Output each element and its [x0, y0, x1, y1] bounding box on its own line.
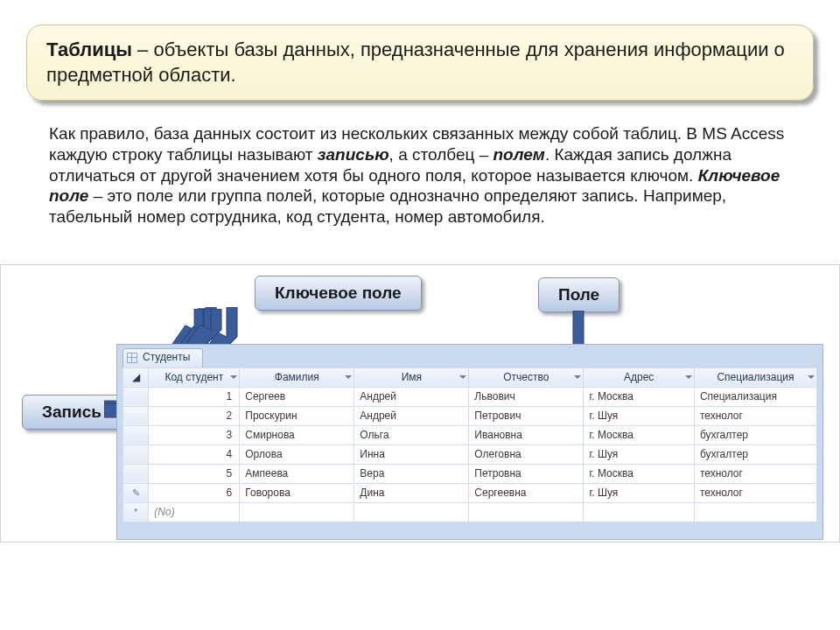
cell[interactable]: Вера	[354, 464, 469, 483]
col-header-2[interactable]: Имя	[354, 368, 469, 387]
cell[interactable]: Сергеев	[240, 387, 354, 406]
callout-key-field: Ключевое поле	[255, 276, 422, 311]
row-selector-editing[interactable]: ✎	[123, 483, 149, 502]
col-header-1[interactable]: Фамилия	[240, 368, 354, 387]
body-paragraph: Как правило, база данных состоит из неск…	[49, 123, 794, 228]
diagram-area: Ключевое поле Поле Запись Студенты ◢	[0, 264, 840, 542]
row-selector-new[interactable]: *	[123, 502, 149, 522]
table-row[interactable]: 5 Ампеева Вера Петровна г. Москва технол…	[123, 464, 817, 483]
cell[interactable]: Дина	[354, 483, 469, 502]
dropdown-icon[interactable]	[808, 375, 815, 379]
title-term: Таблицы	[46, 38, 132, 60]
table-tab[interactable]: Студенты	[122, 348, 203, 368]
col-header-5[interactable]: Специализация	[694, 368, 816, 387]
para-text-2: , а столбец –	[389, 145, 494, 164]
col-header-id[interactable]: Код студент	[149, 368, 240, 387]
cell[interactable]: бухгалтер	[694, 425, 816, 444]
callout-record: Запись	[22, 395, 122, 430]
table-row[interactable]: 4 Орлова Инна Олеговна г. Шуя бухгалтер	[123, 444, 817, 464]
cell-id[interactable]: 5	[149, 464, 240, 483]
cell[interactable]: г. Шуя	[584, 406, 695, 425]
row-selector-header[interactable]: ◢	[123, 368, 149, 387]
cell[interactable]: Львович	[469, 387, 584, 406]
cell[interactable]: Проскурин	[240, 406, 354, 425]
col-header-3[interactable]: Отчество	[469, 368, 584, 387]
cell-id[interactable]: 4	[149, 444, 240, 464]
cell-empty[interactable]	[694, 502, 816, 522]
cell[interactable]: Смирнова	[240, 425, 354, 444]
cell[interactable]: Андрей	[354, 387, 469, 406]
cell[interactable]: Ивановна	[469, 425, 584, 444]
row-selector[interactable]	[123, 425, 149, 444]
title-callout: Таблицы – объекты базы данных, предназна…	[26, 24, 814, 101]
dropdown-icon[interactable]	[230, 375, 237, 379]
cell[interactable]: технолог	[694, 464, 816, 483]
cell[interactable]: г. Шуя	[584, 483, 695, 502]
cell[interactable]: Орлова	[240, 444, 354, 464]
new-row-placeholder[interactable]: (No)	[149, 502, 240, 522]
cell-empty[interactable]	[354, 502, 469, 522]
row-selector[interactable]	[123, 387, 149, 406]
title-rest: – объекты базы данных, предназначенные д…	[46, 38, 785, 86]
para-em-2: полем	[493, 145, 544, 164]
grid-body: 1 Сергеев Андрей Львович г. Москва Специ…	[123, 387, 817, 522]
para-em-1: записью	[318, 145, 389, 164]
table-tab-label: Студенты	[143, 351, 190, 363]
dropdown-icon[interactable]	[574, 375, 581, 379]
table-row-new[interactable]: * (No)	[123, 502, 817, 522]
col-header-4-label: Адрес	[624, 371, 654, 383]
cell[interactable]: г. Шуя	[584, 444, 695, 464]
table-row[interactable]: 3 Смирнова Ольга Ивановна г. Москва бухг…	[123, 425, 817, 444]
cell[interactable]: технолог	[694, 406, 816, 425]
cell[interactable]: Петровна	[469, 464, 584, 483]
col-header-1-label: Фамилия	[275, 371, 319, 383]
row-selector[interactable]	[123, 444, 149, 464]
cell-id[interactable]: 3	[149, 425, 240, 444]
row-selector[interactable]	[123, 464, 149, 483]
dropdown-icon[interactable]	[459, 375, 466, 379]
cell[interactable]: Андрей	[354, 406, 469, 425]
table-row[interactable]: ✎ 6 Говорова Дина Сергеевна г. Шуя техно…	[123, 483, 817, 502]
col-header-3-label: Отчество	[503, 371, 549, 383]
cell[interactable]: Ампеева	[240, 464, 354, 483]
dropdown-icon[interactable]	[345, 375, 352, 379]
col-header-5-label: Специализация	[717, 371, 794, 383]
cell[interactable]: Ольга	[354, 425, 469, 444]
cell[interactable]: г. Москва	[584, 425, 695, 444]
cell-empty[interactable]	[469, 502, 584, 522]
cell[interactable]: Инна	[354, 444, 469, 464]
cell[interactable]: бухгалтер	[694, 444, 816, 464]
callout-field: Поле	[538, 277, 620, 312]
cell[interactable]: г. Москва	[584, 464, 695, 483]
table-row[interactable]: 2 Проскурин Андрей Петрович г. Шуя техно…	[123, 406, 817, 425]
col-header-id-label: Код студент	[164, 371, 223, 383]
cell-empty[interactable]	[240, 502, 354, 522]
cell[interactable]: Олеговна	[469, 444, 584, 464]
col-header-2-label: Имя	[402, 371, 422, 383]
cell[interactable]: Специализация	[694, 387, 816, 406]
table-row[interactable]: 1 Сергеев Андрей Львович г. Москва Специ…	[123, 387, 817, 406]
data-grid[interactable]: ◢ Код студент Фамилия Имя Отчество Адрес…	[122, 368, 817, 522]
cell[interactable]: Петрович	[469, 406, 584, 425]
cell-id[interactable]: 2	[149, 406, 240, 425]
col-header-4[interactable]: Адрес	[584, 368, 695, 387]
dropdown-icon[interactable]	[685, 375, 692, 379]
cell[interactable]: технолог	[694, 483, 816, 502]
cell[interactable]: Сергеевна	[469, 483, 584, 502]
para-text-4: – это поле или группа полей, которые одн…	[49, 186, 726, 226]
cell[interactable]: г. Москва	[584, 387, 695, 406]
header-row: ◢ Код студент Фамилия Имя Отчество Адрес…	[123, 368, 817, 387]
cell-id[interactable]: 6	[149, 483, 240, 502]
cell-empty[interactable]	[584, 502, 695, 522]
cell[interactable]: Говорова	[240, 483, 354, 502]
access-table-panel: Студенты ◢ Код студент Фамилия Имя Отчес…	[116, 344, 823, 540]
row-selector[interactable]	[123, 406, 149, 425]
table-grid-icon	[127, 353, 137, 363]
cell-id[interactable]: 1	[149, 387, 240, 406]
